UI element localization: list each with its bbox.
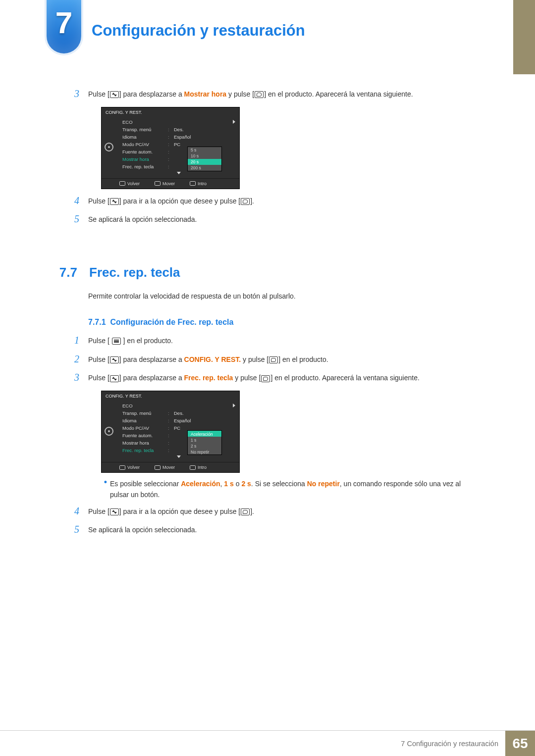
osd-option-selected: Aceleración	[188, 431, 221, 437]
updown-icon	[110, 91, 119, 98]
note-bullet: • Es posible seleccionar Aceleración, 1 …	[101, 479, 479, 500]
osd-popup: Aceleración 1 s 2 s No repetir	[187, 430, 222, 455]
text: Pulse [	[88, 90, 109, 98]
step-5c: 5 Se aplicará la opción seleccionada.	[48, 524, 479, 536]
osd-title: CONFIG. Y REST.	[102, 107, 239, 116]
bullet-icon: •	[101, 479, 110, 486]
enter-icon	[190, 181, 196, 186]
subsection-number: 7.7.1	[88, 318, 106, 326]
enter-icon	[255, 91, 264, 98]
page-number: 65	[505, 731, 535, 756]
step-body: Pulse [] para desplazarse a Frec. rep. t…	[88, 372, 479, 384]
move-icon	[155, 465, 160, 470]
step-number: 5	[48, 213, 88, 225]
caret-right-icon	[233, 402, 235, 409]
osd-footer: Volver Mover Intro	[102, 178, 239, 189]
step-number: 2	[48, 353, 88, 365]
subsection-title: Configuración de Frec. rep. tecla	[110, 318, 233, 326]
enter-icon	[241, 198, 250, 205]
step-number: 3	[48, 372, 88, 383]
osd-row: Idioma:Español	[118, 133, 239, 141]
step-4a: 4 Pulse [] para ir a la opción que desee…	[48, 195, 479, 207]
enter-icon	[241, 508, 250, 515]
osd-row: Idioma:Español	[118, 417, 239, 424]
step-number: 5	[48, 524, 88, 535]
step-3b: 3 Pulse [] para desplazarse a Frec. rep.…	[48, 372, 479, 384]
menu-icon	[112, 338, 121, 345]
step-number: 3	[48, 88, 88, 100]
step-5a: 5 Se aplicará la opción seleccionada.	[48, 213, 479, 225]
enter-icon	[269, 356, 278, 363]
target-label: Frec. rep. tecla	[184, 374, 233, 382]
target-label: CONFIG. Y REST.	[184, 355, 241, 363]
section-title: Frec. rep. tecla	[89, 265, 180, 280]
step-body: Pulse [] para desplazarse a CONFIG. Y RE…	[88, 353, 479, 365]
section-intro: Permite controlar la velocidad de respue…	[88, 292, 479, 300]
gear-icon	[105, 143, 113, 151]
osd-screenshot-1: CONFIG. Y REST. ECO Transp. menú:Des. Id…	[101, 107, 240, 189]
step-number: 4	[48, 505, 88, 517]
osd-option-selected: 20 s	[188, 159, 221, 165]
step-2b: 2 Pulse [] para desplazarse a CONFIG. Y …	[48, 353, 479, 365]
page-footer: 7 Configuración y restauración 65	[0, 730, 535, 756]
updown-icon	[110, 198, 119, 205]
step-3a: 3 Pulse [] para desplazarse a Mostrar ho…	[48, 88, 479, 100]
osd-row: Transp. menú:Des.	[118, 409, 239, 417]
osd-option: No repetir	[188, 449, 221, 454]
step-body: Pulse [] para ir a la opción que desee y…	[88, 195, 479, 207]
osd-title: CONFIG. Y REST.	[102, 391, 239, 400]
chapter-title: Configuración y restauración	[92, 22, 305, 40]
menu-icon	[119, 181, 125, 186]
text: ] en el producto. Aparecerá la ventana s…	[264, 90, 413, 98]
osd-option: 2 s	[188, 443, 221, 449]
chapter-tab: 7	[47, 0, 81, 53]
updown-icon	[110, 375, 119, 382]
section-number: 7.7	[48, 265, 77, 280]
gear-icon	[105, 427, 113, 436]
text: y pulse [	[226, 90, 254, 98]
section-heading: 7.7 Frec. rep. tecla	[48, 265, 479, 280]
osd-option: 5 s	[188, 147, 221, 153]
step-body: Pulse [] para desplazarse a Mostrar hora…	[88, 88, 479, 100]
enter-icon	[261, 375, 270, 382]
step-body: Pulse [ ] en el producto.	[88, 335, 479, 347]
osd-option: 10 s	[188, 153, 221, 159]
chapter-number: 7	[47, 0, 81, 40]
note-text: Es posible seleccionar Aceleración, 1 s …	[110, 479, 479, 500]
enter-icon	[190, 465, 196, 470]
text: ] para desplazarse a	[119, 90, 184, 98]
side-accent	[513, 0, 535, 74]
footer-chapter-name: 7 Configuración y restauración	[401, 740, 498, 748]
page-content: 3 Pulse [] para desplazarse a Mostrar ho…	[48, 88, 479, 543]
updown-icon	[110, 356, 119, 363]
step-1b: 1 Pulse [ ] en el producto.	[48, 335, 479, 347]
osd-row: ECO	[118, 402, 239, 409]
updown-icon	[110, 508, 119, 515]
step-number: 1	[48, 335, 88, 346]
menu-icon	[119, 465, 125, 470]
step-number: 4	[48, 195, 88, 206]
osd-row: Transp. menú:Des.	[118, 126, 239, 133]
osd-row: ECO	[118, 118, 239, 126]
target-label: Mostrar hora	[184, 90, 227, 98]
caret-right-icon	[233, 118, 235, 126]
osd-option: 200 s	[188, 165, 221, 171]
osd-option: 1 s	[188, 437, 221, 443]
osd-popup: 5 s 10 s 20 s 200 s	[187, 147, 222, 171]
move-icon	[155, 181, 160, 186]
step-body: Pulse [] para ir a la opción que desee y…	[88, 505, 479, 517]
step-body: Se aplicará la opción seleccionada.	[88, 524, 479, 536]
osd-screenshot-2: CONFIG. Y REST. ECO Transp. menú:Des. Id…	[101, 391, 240, 473]
subsection-heading: 7.7.1 Configuración de Frec. rep. tecla	[88, 318, 479, 327]
osd-footer: Volver Mover Intro	[102, 462, 239, 472]
step-body: Se aplicará la opción seleccionada.	[88, 213, 479, 225]
step-4c: 4 Pulse [] para ir a la opción que desee…	[48, 505, 479, 517]
